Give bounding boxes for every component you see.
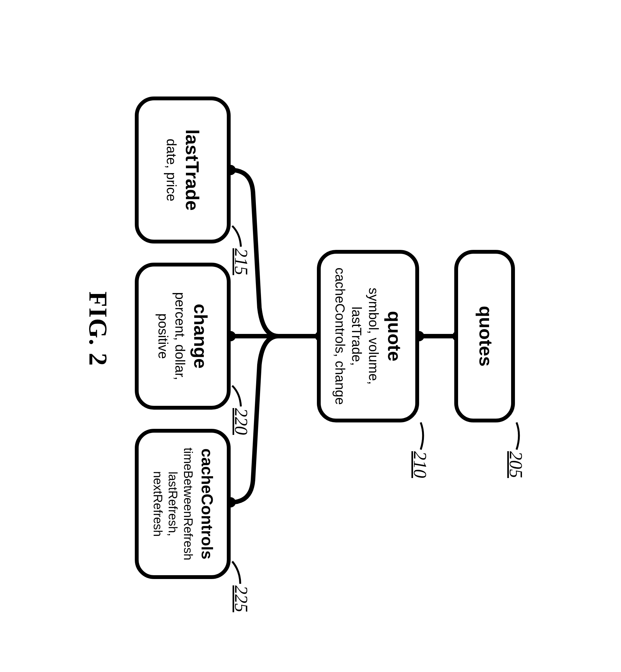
node-quote: quote symbol, volume, lastTrade, cacheCo… bbox=[317, 250, 419, 423]
node-lasttrade: lastTrade date, price bbox=[135, 96, 231, 243]
node-quote-attrs: symbol, volume, lastTrade, cacheControls… bbox=[331, 268, 382, 405]
node-change-attrs: percent, dollar, positive bbox=[155, 292, 188, 380]
node-quotes: quotes bbox=[454, 250, 515, 423]
ref-225: 225 bbox=[231, 585, 251, 612]
diagram-stage: quotes 205 quote symbol, volume, lastTra… bbox=[87, 65, 534, 608]
node-cachecontrols-title: cacheControls bbox=[198, 448, 216, 559]
node-quotes-title: quotes bbox=[475, 306, 496, 366]
figure-caption: FIG. 2 bbox=[83, 291, 113, 366]
node-cachecontrols: cacheControls timeBetweenRefresh lastRef… bbox=[135, 429, 231, 579]
node-lasttrade-attrs: date, price bbox=[163, 139, 180, 201]
ref-215: 215 bbox=[231, 248, 251, 275]
node-change: change percent, dollar, positive bbox=[135, 263, 231, 410]
node-change-title: change bbox=[191, 304, 211, 368]
ref-210: 210 bbox=[410, 451, 430, 478]
node-cachecontrols-attrs: timeBetweenRefresh lastRefresh, nextRefr… bbox=[150, 439, 196, 569]
ref-220: 220 bbox=[231, 408, 251, 435]
node-quote-title: quote bbox=[384, 311, 405, 361]
ref-205: 205 bbox=[506, 451, 526, 478]
node-lasttrade-title: lastTrade bbox=[182, 129, 203, 210]
